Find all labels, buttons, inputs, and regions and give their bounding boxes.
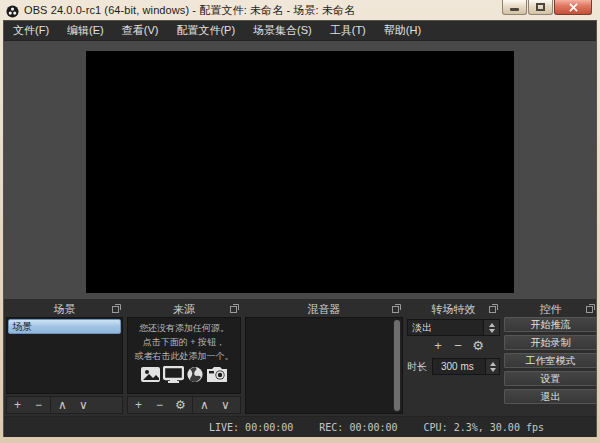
combo-spinner-icon[interactable] xyxy=(483,320,499,335)
mixer-panel-title: 混音器 xyxy=(308,302,341,317)
maximize-button[interactable] xyxy=(528,0,553,15)
rec-time: REC: 00:00:00 xyxy=(319,422,397,433)
controls-panel: 控件 开始推流 开始录制 工作室模式 设置 退出 xyxy=(504,301,597,414)
duration-value: 300 ms xyxy=(433,359,485,374)
cpu-fps: CPU: 2.3%, 30.00 fps xyxy=(424,422,544,433)
minimize-button[interactable] xyxy=(502,0,527,15)
menu-bar: 文件(F) 编辑(E) 查看(V) 配置文件(P) 场景集合(S) 工具(T) … xyxy=(4,21,596,41)
menu-tools[interactable]: 工具(T) xyxy=(321,21,375,40)
controls-panel-header[interactable]: 控件 xyxy=(504,301,597,317)
close-icon xyxy=(569,3,578,12)
mixer-panel-header[interactable]: 混音器 xyxy=(245,301,403,317)
remove-source-button[interactable]: − xyxy=(149,397,170,413)
popout-icon[interactable] xyxy=(392,304,401,313)
menu-help[interactable]: 帮助(H) xyxy=(375,21,430,40)
transitions-toolbar: + − ⚙ xyxy=(407,336,500,356)
window-title: OBS 24.0.0-rc1 (64-bit, windows) - 配置文件:… xyxy=(24,3,355,18)
sources-panel: 来源 您还没有添加任何源。 点击下面的 + 按钮， 或者右击此处添加一个。 xyxy=(127,301,241,414)
live-time: LIVE: 00:00:00 xyxy=(209,422,293,433)
popout-icon[interactable] xyxy=(586,304,595,313)
spinbox-arrows[interactable] xyxy=(485,359,499,374)
globe-source-icon xyxy=(186,366,204,383)
obs-window: OBS 24.0.0-rc1 (64-bit, windows) - 配置文件:… xyxy=(0,0,600,443)
studio-mode-button[interactable]: 工作室模式 xyxy=(504,353,597,368)
spinner-up-icon xyxy=(490,362,496,366)
toolbar-separator xyxy=(192,397,193,413)
display-source-icon xyxy=(163,366,184,383)
start-streaming-button[interactable]: 开始推流 xyxy=(504,317,597,332)
mixer-content[interactable] xyxy=(245,317,403,414)
popout-icon[interactable] xyxy=(112,304,121,313)
source-move-up-button[interactable]: ∧ xyxy=(194,397,215,413)
controls-panel-title: 控件 xyxy=(540,302,562,317)
transition-select[interactable]: 淡出 xyxy=(407,319,500,336)
transition-selected-value: 淡出 xyxy=(408,320,483,335)
exit-button[interactable]: 退出 xyxy=(504,389,597,404)
mixer-scrollbar[interactable] xyxy=(393,319,401,412)
maximize-icon xyxy=(536,3,545,11)
toolbar-separator xyxy=(50,397,51,413)
scenes-panel-title: 场景 xyxy=(54,302,76,317)
minimize-icon xyxy=(510,8,519,11)
sources-panel-title: 来源 xyxy=(173,302,195,317)
spinner-up-icon xyxy=(489,323,495,327)
status-bar: LIVE: 00:00:00 REC: 00:00:00 CPU: 2.3%, … xyxy=(4,416,596,437)
client-area: 文件(F) 编辑(E) 查看(V) 配置文件(P) 场景集合(S) 工具(T) … xyxy=(3,20,597,437)
settings-button[interactable]: 设置 xyxy=(504,371,597,386)
obs-logo-icon xyxy=(6,4,19,17)
scene-transitions-panel: 转场特效 淡出 + − ⚙ xyxy=(407,301,500,414)
dock-area: 场景 场景 + − ∧ ∨ xyxy=(4,299,596,416)
start-recording-button[interactable]: 开始录制 xyxy=(504,335,597,350)
spinner-down-icon xyxy=(489,329,495,333)
remove-transition-button[interactable]: − xyxy=(448,338,468,354)
add-scene-button[interactable]: + xyxy=(7,397,28,413)
scenes-list[interactable]: 场景 xyxy=(6,317,123,394)
scrollbar-thumb[interactable] xyxy=(394,320,400,411)
source-move-down-button[interactable]: ∨ xyxy=(215,397,236,413)
scene-move-down-button[interactable]: ∨ xyxy=(73,397,94,413)
duration-label: 时长 xyxy=(407,360,432,374)
menu-file[interactable]: 文件(F) xyxy=(4,21,58,40)
menu-view[interactable]: 查看(V) xyxy=(113,21,168,40)
source-type-icons xyxy=(139,366,229,383)
scenes-panel-header[interactable]: 场景 xyxy=(6,301,123,317)
remove-scene-button[interactable]: − xyxy=(28,397,49,413)
camera-source-icon xyxy=(206,366,228,383)
scene-move-up-button[interactable]: ∧ xyxy=(52,397,73,413)
scenes-panel: 场景 场景 + − ∧ ∨ xyxy=(6,301,123,414)
duration-spinbox[interactable]: 300 ms xyxy=(432,358,500,375)
spinner-down-icon xyxy=(490,368,496,372)
preview-area[interactable] xyxy=(4,41,596,299)
transition-duration-row: 时长 300 ms xyxy=(407,358,500,375)
close-button[interactable] xyxy=(554,0,592,15)
window-controls xyxy=(501,0,592,15)
title-bar[interactable]: OBS 24.0.0-rc1 (64-bit, windows) - 配置文件:… xyxy=(0,0,600,20)
transition-properties-gear-button[interactable]: ⚙ xyxy=(468,338,488,354)
scene-list-item[interactable]: 场景 xyxy=(8,319,121,334)
scenes-toolbar: + − ∧ ∨ xyxy=(6,396,123,414)
controls-buttons: 开始推流 开始录制 工作室模式 设置 退出 xyxy=(504,317,597,414)
menu-scene-collection[interactable]: 场景集合(S) xyxy=(244,21,321,40)
image-source-icon xyxy=(140,366,161,383)
sources-toolbar: + − ⚙ ∧ ∨ xyxy=(127,396,241,414)
sources-empty-area[interactable]: 您还没有添加任何源。 点击下面的 + 按钮， 或者右击此处添加一个。 xyxy=(127,317,241,394)
sources-empty-text: 点击下面的 + 按钮， xyxy=(143,335,225,349)
preview-canvas[interactable] xyxy=(86,51,514,293)
transitions-panel-title: 转场特效 xyxy=(432,302,476,317)
popout-icon[interactable] xyxy=(489,304,498,313)
sources-empty-text: 您还没有添加任何源。 xyxy=(139,321,229,335)
sources-panel-header[interactable]: 来源 xyxy=(127,301,241,317)
sources-empty-text: 或者右击此处添加一个。 xyxy=(135,349,234,363)
source-properties-gear-button[interactable]: ⚙ xyxy=(170,397,191,413)
add-source-button[interactable]: + xyxy=(128,397,149,413)
add-transition-button[interactable]: + xyxy=(428,338,448,354)
menu-profile[interactable]: 配置文件(P) xyxy=(167,21,244,40)
menu-edit[interactable]: 编辑(E) xyxy=(58,21,113,40)
audio-mixer-panel: 混音器 xyxy=(245,301,403,414)
transitions-panel-header[interactable]: 转场特效 xyxy=(407,301,500,317)
popout-icon[interactable] xyxy=(230,304,239,313)
